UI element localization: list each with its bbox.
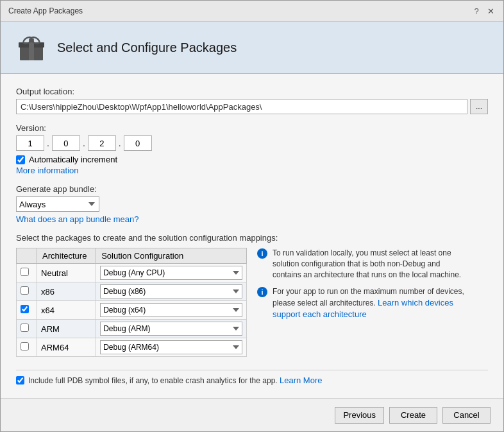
row-checkbox-cell: [17, 320, 37, 338]
bundle-select[interactable]: Always As needed Never: [16, 196, 99, 212]
info-text-1: To run validation locally, you must sele…: [273, 248, 469, 280]
version-input-3[interactable]: [88, 135, 116, 151]
dialog-title: Create App Packages: [8, 6, 83, 15]
table-row: ARM Debug (ARM): [17, 320, 247, 338]
learn-architectures-link[interactable]: Learn which devices support each archite…: [273, 298, 453, 319]
row-checkbox-cell: [17, 338, 37, 357]
info-item-2: i For your app to run on the maximum num…: [257, 286, 469, 320]
table-row: Neutral Debug (Any CPU): [17, 264, 247, 282]
title-bar-left: Create App Packages: [8, 6, 83, 15]
what-bundle-link[interactable]: What does an app bundle mean?: [16, 214, 139, 224]
header-section: Select and Configure Packages: [1, 22, 503, 74]
row-checkbox-x64[interactable]: [21, 305, 29, 313]
bundle-section: Generate app bundle: Always As needed Ne…: [16, 184, 488, 224]
create-button[interactable]: Create: [389, 407, 437, 424]
output-input[interactable]: [16, 99, 467, 114]
col-arch-header: Architecture: [37, 248, 96, 264]
info-item-1: i To run validation locally, you must se…: [257, 248, 469, 280]
info-panel: i To run validation locally, you must se…: [257, 248, 469, 321]
version-input-2[interactable]: [52, 135, 80, 151]
row-config-arm64: Debug (ARM64): [96, 338, 247, 357]
more-info-link[interactable]: More information: [16, 166, 79, 175]
table-row: ARM64 Debug (ARM64): [17, 338, 247, 357]
row-select-x64[interactable]: Debug (x64): [100, 303, 242, 317]
output-label: Output location:: [16, 87, 488, 96]
version-input-4[interactable]: [124, 135, 152, 151]
row-checkbox-x86[interactable]: [21, 286, 29, 295]
auto-increment-row: Automatically increment: [16, 155, 488, 164]
previous-button[interactable]: Previous: [335, 407, 384, 424]
title-bar-controls: ? ✕: [471, 6, 496, 16]
row-arch-neutral: Neutral: [37, 264, 96, 282]
content-area: Output location: ... Version: . . . Auto…: [1, 74, 503, 398]
bundle-label: Generate app bundle:: [16, 184, 488, 194]
dot-2: .: [83, 138, 85, 148]
close-button[interactable]: ✕: [485, 6, 496, 16]
row-config-neutral: Debug (Any CPU): [96, 264, 247, 282]
package-icon: [16, 32, 47, 63]
table-row: x86 Debug (x86): [17, 282, 247, 301]
dialog: Create App Packages ? ✕ Select and Confi…: [0, 0, 504, 432]
pdb-checkbox[interactable]: [16, 376, 24, 384]
version-section: Version: . . . Automatically increment M…: [16, 123, 488, 175]
row-arch-x86: x86: [37, 282, 96, 301]
version-input-1[interactable]: [16, 135, 44, 151]
dot-1: .: [47, 138, 49, 148]
packages-container: Architecture Solution Configuration Neut…: [16, 248, 488, 357]
row-checkbox-arm64[interactable]: [21, 342, 29, 350]
packages-label: Select the packages to create and the so…: [16, 233, 488, 243]
output-section: Output location: ...: [16, 87, 488, 114]
browse-button[interactable]: ...: [470, 99, 488, 114]
row-select-arm64[interactable]: Debug (ARM64): [100, 340, 242, 354]
row-checkbox-cell: [17, 301, 37, 320]
col-config-header: Solution Configuration: [96, 248, 247, 264]
footer: Previous Create Cancel: [1, 398, 503, 431]
row-select-x86[interactable]: Debug (x86): [100, 284, 242, 298]
title-bar: Create App Packages ? ✕: [1, 1, 503, 22]
version-row: . . .: [16, 135, 488, 151]
row-checkbox-cell: [17, 264, 37, 282]
pdb-label: Include full PDB symbol files, if any, t…: [28, 376, 322, 385]
row-config-x64: Debug (x64): [96, 301, 247, 320]
auto-increment-label: Automatically increment: [29, 155, 117, 164]
row-arch-arm: ARM: [37, 320, 96, 338]
row-config-arm: Debug (ARM): [96, 320, 247, 338]
row-select-arm[interactable]: Debug (ARM): [100, 322, 242, 336]
info-text-2: For your app to run on the maximum numbe…: [273, 286, 469, 320]
bundle-select-row: Always As needed Never: [16, 196, 488, 212]
row-select-neutral[interactable]: Debug (Any CPU): [100, 266, 242, 280]
packages-table: Architecture Solution Configuration Neut…: [16, 248, 247, 357]
output-row: ...: [16, 99, 488, 114]
svg-point-6: [29, 39, 33, 42]
cancel-button[interactable]: Cancel: [442, 407, 491, 424]
help-button[interactable]: ?: [471, 6, 482, 16]
pdb-section: Include full PDB symbol files, if any, t…: [16, 370, 488, 385]
row-config-x86: Debug (x86): [96, 282, 247, 301]
packages-section: Select the packages to create and the so…: [16, 233, 488, 357]
row-arch-arm64: ARM64: [37, 338, 96, 357]
row-checkbox-arm[interactable]: [21, 324, 29, 332]
dot-3: .: [119, 138, 121, 148]
svg-rect-2: [29, 42, 34, 60]
pdb-learn-more-link[interactable]: Learn More: [280, 376, 322, 385]
table-row: x64 Debug (x64): [17, 301, 247, 320]
auto-increment-checkbox[interactable]: [16, 155, 25, 164]
page-title: Select and Configure Packages: [57, 40, 237, 55]
packages-table-wrapper: Architecture Solution Configuration Neut…: [16, 248, 247, 357]
row-checkbox-neutral[interactable]: [21, 268, 29, 276]
version-label: Version:: [16, 123, 488, 133]
info-icon-2: i: [257, 287, 267, 297]
row-arch-x64: x64: [37, 301, 96, 320]
info-icon-1: i: [257, 248, 267, 259]
col-checkbox-header: [17, 248, 37, 264]
row-checkbox-cell: [17, 282, 37, 301]
